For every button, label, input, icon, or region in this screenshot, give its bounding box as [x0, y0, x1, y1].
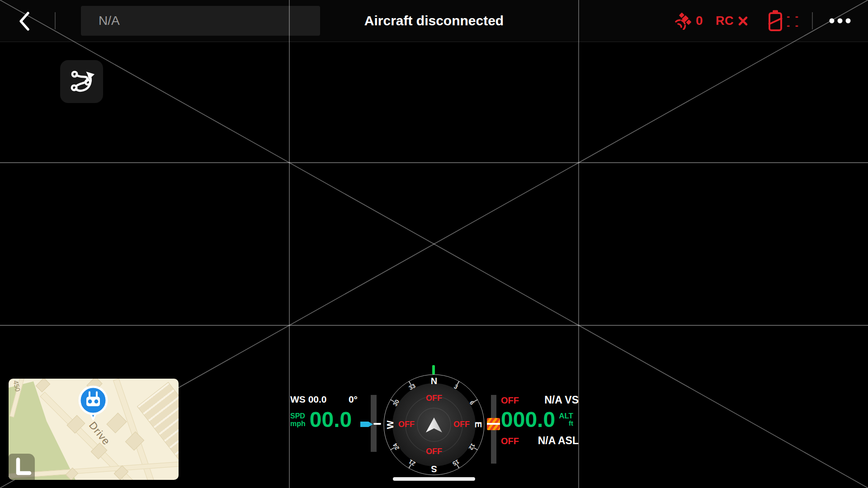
compass-label-S: S	[431, 464, 437, 474]
compass: N36E1215S2124W3033 OFF OFF OFF OFF	[383, 374, 485, 475]
minimap[interactable]: Drive 450	[9, 379, 179, 480]
compass-label-W: W	[385, 421, 396, 429]
compass-off-right: OFF	[453, 420, 470, 429]
satellite-icon	[675, 12, 693, 30]
asl-value: N/A ASL	[538, 435, 579, 447]
rc-location-pin	[76, 385, 110, 424]
altitude-value: 000.0	[501, 409, 555, 430]
battery-percent-dashes: - -	[787, 14, 800, 18]
compass-tick	[390, 399, 395, 403]
compass-off-left: OFF	[398, 420, 415, 429]
compass-tick	[473, 399, 478, 403]
compass-label-33: 33	[407, 382, 416, 391]
rc-status[interactable]: RC	[716, 0, 748, 42]
compass-off-bottom: OFF	[426, 447, 442, 456]
compass-face	[383, 374, 485, 475]
altitude-unit-label: ALT ft	[559, 413, 573, 427]
compass-label-30: 30	[392, 398, 401, 407]
heading-readout: 0°	[349, 394, 358, 405]
speed-pointer-icon	[360, 421, 373, 428]
ellipsis-icon	[829, 18, 851, 23]
compass-label-6: 6	[468, 400, 476, 406]
flight-app-screen: N/A Aircraft disconnected 0 RC	[0, 0, 868, 488]
minimap-corner-toggle[interactable]	[9, 454, 35, 480]
waypoint-mission-button[interactable]	[60, 60, 103, 103]
altitude-block: OFF N/A VS 000.0 ALT ft OFF N/A ASL	[501, 394, 579, 446]
rc-disconnected-x-icon	[738, 16, 748, 26]
rc-label: RC	[716, 14, 734, 28]
aircraft-heading-arrow	[426, 418, 442, 432]
compass-lubber-tick	[432, 365, 435, 375]
altitude-tape	[491, 395, 496, 464]
topbar-divider-right	[812, 12, 813, 29]
speed-block: WS 00.0 0° SPDmph 00.0	[290, 394, 358, 430]
compass-label-N: N	[431, 376, 437, 386]
speed-value: 00.0	[310, 409, 352, 430]
compass-tick	[409, 381, 412, 385]
battery-secondary-dashes: - -	[787, 23, 800, 27]
vs-status: OFF	[501, 395, 519, 406]
compass-tick	[457, 381, 460, 385]
compass-off-top: OFF	[426, 394, 442, 403]
compass-tick	[457, 464, 460, 469]
bottom-indicator-bar	[393, 477, 475, 481]
gps-status[interactable]: 0	[675, 0, 703, 42]
speed-unit-label: SPDmph	[290, 412, 306, 427]
compass-label-3: 3	[453, 383, 459, 391]
battery-unknown-icon	[768, 9, 783, 32]
compass-label-24: 24	[392, 442, 401, 451]
vs-value: N/A VS	[544, 394, 579, 406]
wind-readout: WS 00.0	[290, 394, 327, 405]
speed-tape	[371, 395, 377, 452]
asl-status: OFF	[501, 436, 519, 446]
speed-pointer-dash	[373, 423, 381, 425]
compass-tick	[409, 464, 412, 469]
compass-label-21: 21	[407, 458, 416, 467]
altitude-ground-marker	[487, 418, 500, 430]
corner-bracket-icon	[9, 454, 35, 480]
top-status-bar: N/A Aircraft disconnected 0 RC	[0, 0, 868, 42]
waypoint-route-icon	[68, 68, 95, 95]
compass-label-E: E	[473, 422, 483, 427]
compass-tick	[473, 447, 478, 450]
battery-status[interactable]: - - - -	[768, 0, 800, 42]
compass-label-12: 12	[467, 442, 476, 451]
gps-count: 0	[696, 14, 703, 28]
compass-tick	[390, 447, 395, 450]
more-menu-button[interactable]	[829, 0, 851, 42]
compass-label-15: 15	[451, 458, 460, 467]
battery-readouts: - - - -	[787, 14, 800, 27]
